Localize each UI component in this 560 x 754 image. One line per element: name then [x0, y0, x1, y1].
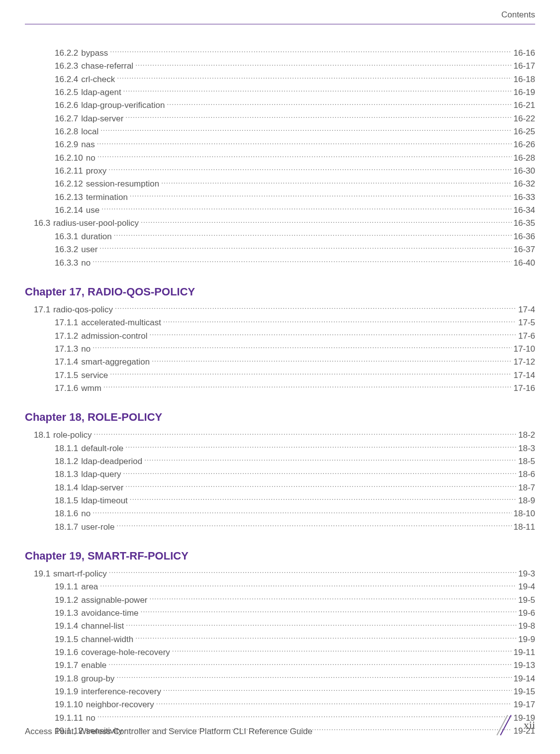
- toc-leader-dots: [103, 382, 512, 391]
- toc-entry-number: 18.1.7: [55, 521, 78, 534]
- toc-leader-dots: [150, 330, 516, 339]
- toc-leader-dots: [123, 469, 516, 477]
- toc-row[interactable]: 16.2.10no16-28: [25, 152, 535, 165]
- toc-entry-number: 19.1.9: [55, 685, 78, 698]
- toc-entry-page: 16-18: [514, 73, 535, 86]
- footer-guide-title: Access Point, Wireless Controller and Se…: [25, 727, 312, 737]
- toc-row[interactable]: 16.3radius-user-pool-policy16-35: [25, 217, 535, 230]
- toc-leader-dots: [109, 568, 516, 576]
- toc-row[interactable]: 18.1.3ldap-query18-6: [25, 468, 535, 481]
- toc-row[interactable]: 18.1.7user-role18-11: [25, 521, 535, 534]
- toc-entry-number: 18.1.4: [55, 481, 78, 494]
- toc-row[interactable]: 17.1.6wmm17-16: [25, 382, 535, 395]
- toc-entry-page: 19-9: [518, 633, 535, 646]
- toc-row[interactable]: 16.2.4crl-check16-18: [25, 73, 535, 86]
- toc-row[interactable]: 17.1radio-qos-policy17-4: [25, 303, 535, 316]
- toc-leader-dots: [130, 191, 512, 200]
- toc-row[interactable]: 17.1.1accelerated-multicast17-5: [25, 316, 535, 329]
- toc-row[interactable]: 17.1.3no17-10: [25, 343, 535, 356]
- toc-row[interactable]: 19.1.1area19-4: [25, 580, 535, 593]
- toc-row[interactable]: 19.1.7enable19-13: [25, 659, 535, 672]
- toc-row[interactable]: 16.2.11proxy16-30: [25, 165, 535, 178]
- toc-leader-dots: [125, 482, 516, 490]
- toc-row[interactable]: 17.1.2admission-control17-6: [25, 330, 535, 343]
- toc-leader-dots: [130, 495, 516, 503]
- toc-row[interactable]: 18.1.2ldap-deadperiod18-5: [25, 455, 535, 468]
- toc-entry-title: radio-qos-policy: [53, 303, 113, 316]
- toc-entry-page: 16-17: [514, 60, 535, 73]
- toc-row[interactable]: 16.2.7ldap-server16-22: [25, 112, 535, 125]
- footer-slash-icon: [494, 714, 517, 737]
- toc-leader-dots: [126, 620, 516, 629]
- page-header: Contents: [25, 0, 535, 24]
- toc-leader-dots: [116, 521, 511, 530]
- toc-entry-number: 17.1.1: [55, 316, 78, 329]
- toc-entry-title: smart-rf-policy: [53, 567, 107, 580]
- toc-leader-dots: [161, 178, 511, 187]
- page-number: xii: [524, 719, 535, 732]
- toc-entry-page: 16-33: [514, 191, 535, 204]
- toc-row[interactable]: 16.2.2bypass16-16: [25, 47, 535, 60]
- toc-row[interactable]: 16.2.9nas16-26: [25, 138, 535, 151]
- toc-entry-page: 16-26: [514, 138, 535, 151]
- toc-row[interactable]: 17.1.5service17-14: [25, 369, 535, 382]
- toc-row[interactable]: 19.1.6coverage-hole-recovery19-11: [25, 646, 535, 659]
- toc-row[interactable]: 16.2.3chase-referral16-17: [25, 60, 535, 73]
- toc-row[interactable]: 16.3.3no16-40: [25, 257, 535, 270]
- toc-row[interactable]: 16.3.2user16-37: [25, 243, 535, 256]
- toc-leader-dots: [163, 317, 516, 325]
- toc-row[interactable]: 16.2.14use16-34: [25, 204, 535, 217]
- toc-entry-title: area: [81, 580, 98, 593]
- toc-row[interactable]: 19.1.5channel-width19-9: [25, 633, 535, 646]
- toc-leader-dots: [123, 87, 512, 95]
- toc-entry-title: wmm: [81, 382, 101, 395]
- toc-entry-page: 16-37: [514, 243, 535, 256]
- toc-leader-dots: [93, 508, 511, 516]
- toc-entry-number: 19.1.10: [55, 698, 83, 711]
- toc-entry-page: 17-12: [514, 356, 535, 369]
- toc-entry-number: 18.1: [34, 429, 50, 442]
- toc-entry-page: 17-6: [518, 330, 535, 343]
- toc-row[interactable]: 18.1role-policy18-2: [25, 429, 535, 442]
- toc-row[interactable]: 18.1.4ldap-server18-7: [25, 481, 535, 494]
- toc-row[interactable]: 16.2.5ldap-agent16-19: [25, 86, 535, 99]
- toc-leader-dots: [125, 113, 511, 121]
- toc-row[interactable]: 16.2.8local16-25: [25, 125, 535, 138]
- toc-leader-dots: [125, 443, 516, 451]
- toc-row[interactable]: 16.2.13termination16-33: [25, 191, 535, 204]
- toc-entry-page: 19-17: [514, 698, 535, 711]
- toc-entry-page: 19-14: [514, 672, 535, 685]
- toc-row[interactable]: 19.1.8group-by19-14: [25, 672, 535, 685]
- toc-entry-number: 19.1.4: [55, 620, 78, 633]
- toc-entry-number: 16.2.10: [55, 152, 83, 165]
- toc-leader-dots: [141, 607, 516, 616]
- toc-entry-title: use: [86, 204, 99, 217]
- toc-entry-number: 16.3.1: [55, 230, 78, 243]
- toc-leader-dots: [93, 343, 511, 352]
- toc-entry-number: 16.3.3: [55, 257, 78, 270]
- toc-leader-dots: [108, 165, 511, 174]
- toc-row[interactable]: 16.2.6ldap-group-verification16-21: [25, 99, 535, 112]
- toc-leader-dots: [135, 60, 511, 69]
- toc-row[interactable]: 18.1.1default-role18-3: [25, 442, 535, 455]
- toc-row[interactable]: 19.1.3avoidance-time19-6: [25, 607, 535, 620]
- toc-row[interactable]: 17.1.4smart-aggregation17-12: [25, 356, 535, 369]
- toc-row[interactable]: 19.1.2assignable-power19-5: [25, 594, 535, 607]
- toc-leader-dots: [108, 660, 511, 668]
- toc-entry-number: 16.3.2: [55, 243, 78, 256]
- toc-row[interactable]: 19.1smart-rf-policy19-3: [25, 567, 535, 580]
- toc-entry-page: 19-15: [514, 685, 535, 698]
- toc-row[interactable]: 16.2.12session-resumption16-32: [25, 178, 535, 190]
- toc-entry-title: ldap-server: [81, 481, 123, 494]
- toc-row[interactable]: 16.3.1duration16-36: [25, 230, 535, 243]
- toc-row[interactable]: 19.1.10neighbor-recovery19-17: [25, 698, 535, 711]
- toc-entry-number: 18.1.6: [55, 507, 78, 520]
- toc-row[interactable]: 19.1.4channel-list19-8: [25, 620, 535, 633]
- toc-row[interactable]: 18.1.6no18-10: [25, 507, 535, 520]
- toc-entry-title: ldap-query: [81, 468, 121, 481]
- toc-entry-page: 18-5: [518, 455, 535, 468]
- toc-row[interactable]: 19.1.9interference-recovery19-15: [25, 685, 535, 698]
- toc-row[interactable]: 18.1.5ldap-timeout18-9: [25, 494, 535, 507]
- toc-entry-number: 17.1.4: [55, 356, 78, 369]
- toc-entry-title: session-resumption: [86, 178, 159, 190]
